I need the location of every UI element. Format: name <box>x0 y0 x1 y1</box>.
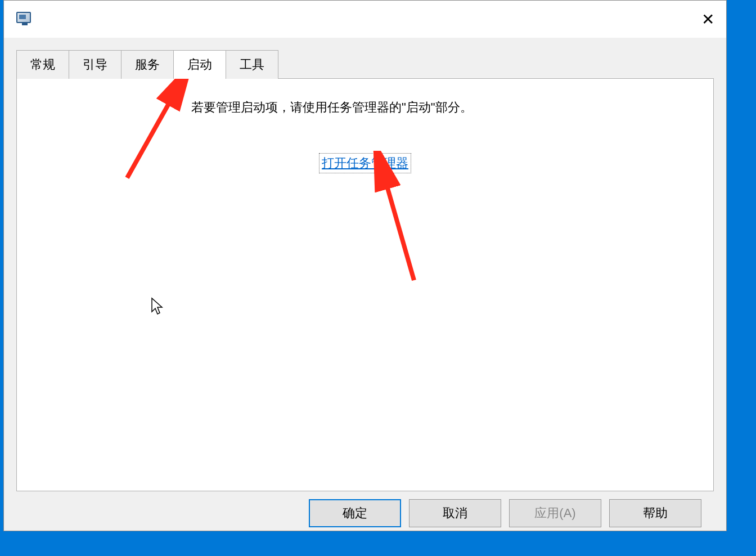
titlebar: ✕ <box>4 1 726 38</box>
startup-info-text: 若要管理启动项，请使用任务管理器的"启动"部分。 <box>191 99 696 116</box>
cancel-button[interactable]: 取消 <box>409 499 501 527</box>
svg-line-3 <box>379 159 414 280</box>
tab-services[interactable]: 服务 <box>121 50 174 79</box>
tab-tools[interactable]: 工具 <box>226 50 278 79</box>
mouse-cursor-icon <box>151 297 164 317</box>
msconfig-window: ✕ 常规 引导 服务 启动 工具 若要管理启动项，请使用任务管理器的"启动"部分… <box>3 0 727 531</box>
tab-strip: 常规 引导 服务 启动 工具 <box>16 50 714 79</box>
tab-startup[interactable]: 启动 <box>173 50 226 79</box>
help-button[interactable]: 帮助 <box>609 499 701 527</box>
tab-general[interactable]: 常规 <box>16 50 69 79</box>
tab-boot[interactable]: 引导 <box>69 50 122 79</box>
ok-button[interactable]: 确定 <box>309 499 401 527</box>
dialog-button-row: 确定 取消 应用(A) 帮助 <box>16 491 714 527</box>
close-button[interactable]: ✕ <box>695 6 721 32</box>
app-icon <box>16 12 33 26</box>
apply-button[interactable]: 应用(A) <box>509 499 601 527</box>
startup-panel: 若要管理启动项，请使用任务管理器的"启动"部分。 打开任务管理器 <box>16 78 714 491</box>
open-task-manager-link[interactable]: 打开任务管理器 <box>319 153 411 173</box>
